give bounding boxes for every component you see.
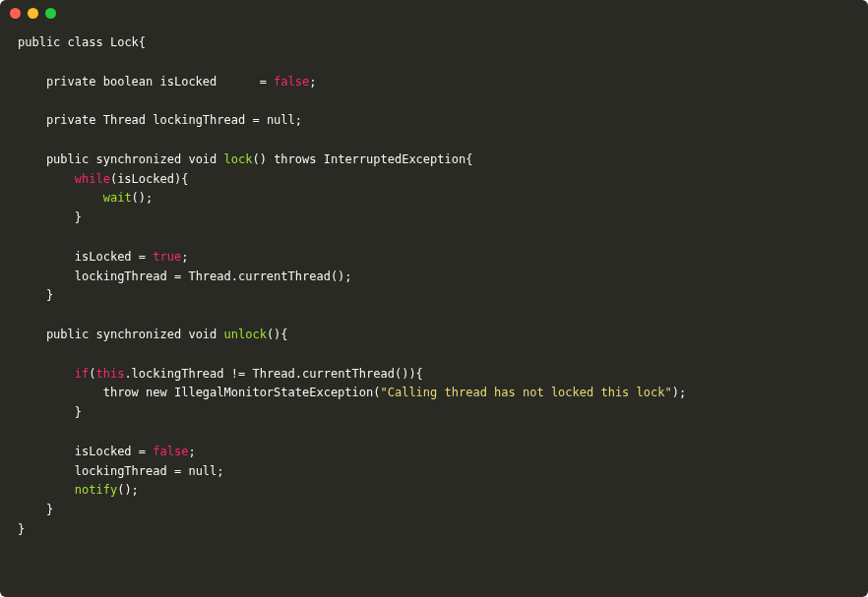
- code-line: notify();: [18, 481, 850, 501]
- code-line: lockingThread = Thread.currentThread();: [18, 268, 850, 287]
- code-line: [18, 345, 850, 365]
- code-line: isLocked = false;: [18, 443, 850, 462]
- code-line: throw new IllegalMonitorStateException("…: [18, 384, 850, 403]
- code-line: [18, 131, 850, 150]
- code-line: isLocked = true;: [18, 248, 850, 268]
- code-line: public class Lock{: [18, 33, 850, 53]
- code-line: [18, 306, 850, 326]
- minimize-icon[interactable]: [28, 8, 38, 19]
- window-titlebar: [0, 0, 868, 26]
- code-line: public synchronized void lock() throws I…: [18, 150, 850, 170]
- code-line: [18, 423, 850, 443]
- code-line: if(this.lockingThread != Thread.currentT…: [18, 365, 850, 385]
- close-icon[interactable]: [10, 8, 21, 19]
- code-window: public class Lock{ private boolean isLoc…: [0, 0, 868, 597]
- code-editor-content[interactable]: public class Lock{ private boolean isLoc…: [0, 26, 868, 558]
- code-line: }: [18, 286, 850, 306]
- code-line: [18, 228, 850, 248]
- code-line: public synchronized void unlock(){: [18, 326, 850, 345]
- code-line: while(isLocked){: [18, 170, 850, 190]
- code-line: wait();: [18, 189, 850, 209]
- code-line: [18, 91, 850, 111]
- code-line: }: [18, 209, 850, 228]
- maximize-icon[interactable]: [45, 8, 56, 19]
- code-line: [18, 53, 850, 73]
- code-line: private boolean isLocked = false;: [18, 73, 850, 92]
- code-line: }: [18, 501, 850, 520]
- code-line: }: [18, 403, 850, 423]
- code-line: lockingThread = null;: [18, 462, 850, 482]
- code-line: }: [18, 520, 850, 540]
- code-line: private Thread lockingThread = null;: [18, 111, 850, 131]
